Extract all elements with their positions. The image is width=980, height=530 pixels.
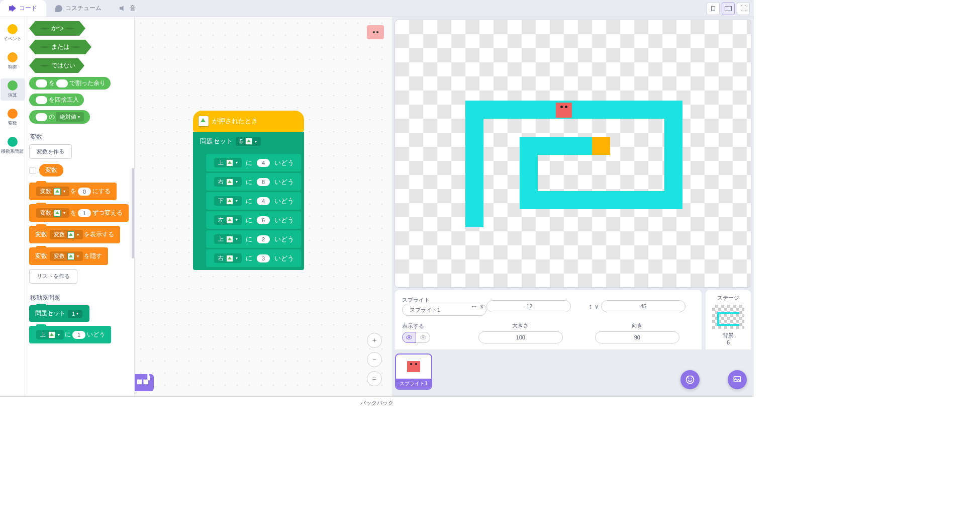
tab-sounds-label: 音 bbox=[130, 4, 136, 13]
section-variables: 変数 bbox=[30, 133, 130, 141]
stage-info-panel[interactable]: ステージ 背景 6 bbox=[706, 290, 751, 349]
tab-code-label: コード bbox=[19, 4, 37, 13]
block-problem-set-used[interactable]: 問題セット 5 bbox=[193, 132, 304, 151]
zoom-in-button[interactable]: ＋ bbox=[367, 333, 382, 348]
backdrop-label: 背景 bbox=[710, 332, 747, 339]
tab-costumes-label: コスチューム bbox=[65, 4, 102, 13]
svg-rect-3 bbox=[147, 373, 149, 380]
block-op-or[interactable]: または bbox=[29, 40, 91, 54]
zoom-out-button[interactable]: － bbox=[367, 352, 382, 367]
backpack-bar[interactable]: バックパック bbox=[0, 396, 754, 408]
cat-variables[interactable]: 変数 bbox=[1, 107, 25, 129]
cat-dot-icon bbox=[8, 80, 18, 91]
cat-dot-icon bbox=[8, 109, 18, 119]
image-placeholder-icon bbox=[67, 253, 74, 260]
sprite-preview-icon bbox=[407, 361, 420, 372]
block-show-variable[interactable]: 変数 変数を表示する bbox=[29, 226, 120, 243]
stage[interactable] bbox=[395, 20, 751, 287]
backdrop-count: 6 bbox=[710, 339, 747, 345]
block-change-variable[interactable]: 変数を1ずつ変える bbox=[29, 204, 129, 222]
tab-bar: コード コスチューム 音 ⛶ bbox=[0, 0, 754, 17]
cat-custom-move[interactable]: 移動系問題 bbox=[1, 135, 25, 157]
svg-point-5 bbox=[689, 378, 690, 379]
show-sprite-button[interactable] bbox=[402, 332, 416, 343]
sprite-thumbnail-icon bbox=[367, 25, 384, 39]
x-arrow-icon: ↔ bbox=[470, 302, 477, 310]
sprite-card-name: スプライト1 bbox=[396, 379, 431, 389]
block-hide-variable[interactable]: 変数 変数を隠す bbox=[29, 247, 108, 265]
block-palette[interactable]: かつ または ではない を で割った余り を四捨五入 の絶対値 変数 変数を作る… bbox=[25, 17, 135, 396]
cat-dot-icon bbox=[8, 137, 18, 147]
hide-sprite-button[interactable] bbox=[416, 332, 430, 343]
maze-wall bbox=[520, 191, 682, 209]
palette-scrollbar[interactable] bbox=[132, 168, 134, 258]
flag-image-icon bbox=[198, 116, 209, 127]
image-placeholder-icon bbox=[67, 231, 74, 238]
make-variable-button[interactable]: 変数を作る bbox=[29, 144, 72, 159]
cat-dot-icon bbox=[8, 52, 18, 62]
eye-off-icon bbox=[420, 335, 426, 339]
maze-wall bbox=[465, 101, 682, 119]
add-backdrop-button[interactable] bbox=[728, 370, 747, 389]
block-move-step[interactable]: 上に4いどう bbox=[206, 154, 301, 171]
sprite-direction-input[interactable] bbox=[595, 331, 679, 343]
block-op-mod[interactable]: を で割った余り bbox=[29, 77, 111, 90]
block-move-step[interactable]: 左に6いどう bbox=[206, 211, 301, 229]
cat-operators[interactable]: 演算 bbox=[1, 78, 25, 101]
sprite-y-input[interactable] bbox=[601, 300, 685, 312]
code-icon bbox=[9, 5, 16, 12]
category-column: イベント 制御 演算 変数 移動系問題 bbox=[0, 17, 25, 396]
view-large-stage[interactable] bbox=[722, 2, 735, 15]
tab-code[interactable]: コード bbox=[0, 0, 46, 17]
add-extension-button[interactable] bbox=[135, 374, 154, 391]
stage-title: ステージ bbox=[710, 294, 747, 302]
block-move-step[interactable]: 上に2いどう bbox=[206, 230, 301, 248]
add-sprite-button[interactable] bbox=[680, 370, 700, 389]
tab-sounds[interactable]: 音 bbox=[111, 0, 145, 17]
block-problem-set[interactable]: 問題セット 1 bbox=[29, 305, 89, 322]
cat-events[interactable]: イベント bbox=[1, 22, 25, 44]
hat-when-flag-clicked[interactable]: が押されたとき bbox=[193, 111, 304, 132]
var-checkbox[interactable] bbox=[29, 167, 36, 174]
sprite-list: スプライト1 bbox=[392, 349, 754, 394]
sprite-info-panel: スプライト ↔ x ↕ y bbox=[395, 290, 702, 349]
sprite-size-input[interactable] bbox=[478, 331, 563, 343]
eye-icon bbox=[406, 335, 412, 339]
sprite-title-label: スプライト bbox=[402, 296, 461, 304]
block-op-mathof[interactable]: の絶対値 bbox=[29, 110, 90, 124]
stage-thumbnail[interactable] bbox=[712, 305, 744, 329]
variable-reporter[interactable]: 変数 bbox=[39, 164, 63, 176]
script-inner-wrap: 上に4いどう右に8いどう下に4いどう左に6いどう上に2いどう右に3いどう bbox=[193, 151, 304, 270]
show-label: 表示する bbox=[402, 322, 430, 330]
svg-rect-1 bbox=[143, 380, 148, 385]
sprite-x-input[interactable] bbox=[486, 300, 571, 312]
cat-control[interactable]: 制御 bbox=[1, 50, 25, 72]
block-move-step[interactable]: 下に4いどう bbox=[206, 192, 301, 210]
block-op-round[interactable]: を四捨五入 bbox=[29, 94, 84, 106]
view-fullscreen[interactable]: ⛶ bbox=[737, 2, 750, 15]
image-placeholder-icon bbox=[245, 138, 252, 145]
block-op-not[interactable]: ではない bbox=[29, 58, 84, 73]
view-small-stage[interactable] bbox=[707, 2, 720, 15]
script-stack[interactable]: が押されたとき 問題セット 5 上に4いどう右に8いどう下に4いどう左に6いどう… bbox=[193, 111, 304, 270]
sprite-card[interactable]: スプライト1 bbox=[395, 354, 432, 390]
direction-label: 向き bbox=[589, 322, 686, 329]
y-arrow-icon: ↕ bbox=[589, 302, 593, 310]
svg-point-6 bbox=[691, 378, 692, 379]
zoom-reset-button[interactable]: ＝ bbox=[367, 371, 382, 386]
sound-icon bbox=[120, 5, 127, 12]
image-placeholder-icon bbox=[54, 210, 61, 217]
maze-wall bbox=[465, 101, 483, 227]
workspace[interactable]: が押されたとき 問題セット 5 上に4いどう右に8いどう下に4いどう左に6いどう… bbox=[135, 17, 392, 396]
block-move-step[interactable]: 右に3いどう bbox=[206, 249, 301, 267]
image-placeholder-icon bbox=[48, 331, 55, 338]
maze-goal bbox=[592, 137, 610, 155]
block-op-and[interactable]: かつ bbox=[29, 21, 85, 36]
tab-costumes[interactable]: コスチューム bbox=[46, 0, 111, 17]
make-list-button[interactable]: リストを作る bbox=[29, 269, 77, 284]
section-move: 移動系問題 bbox=[30, 294, 130, 302]
block-move-direction[interactable]: 上に1いどう bbox=[29, 326, 111, 343]
block-move-step[interactable]: 右に8いどう bbox=[206, 173, 301, 191]
block-set-variable[interactable]: 変数を0にする bbox=[29, 183, 117, 200]
image-placeholder-icon bbox=[54, 188, 61, 195]
